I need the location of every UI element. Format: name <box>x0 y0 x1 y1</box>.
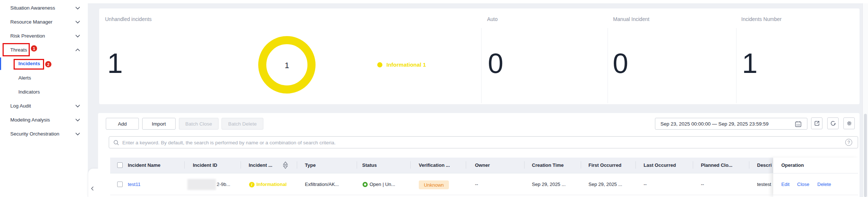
sidebar-item-log-audit[interactable]: Log Audit <box>10 103 31 109</box>
active-item-indicator <box>0 57 1 70</box>
chevron-down-icon[interactable] <box>75 21 80 24</box>
collapse-arrow-icon <box>91 186 94 191</box>
sort-icon[interactable] <box>283 161 288 169</box>
info-icon: i <box>249 182 255 187</box>
settings-button[interactable] <box>843 117 855 129</box>
manual-incident-label: Manual Incident <box>613 16 649 22</box>
column-header-verification[interactable]: Verification ... <box>419 162 450 168</box>
refresh-icon <box>830 120 836 126</box>
auto-label: Auto <box>487 16 498 22</box>
export-icon <box>814 120 820 126</box>
stats-divider <box>608 28 608 103</box>
sidebar-collapse-tab[interactable] <box>88 169 98 197</box>
column-divider <box>184 161 185 169</box>
annotation-step-1-badge: 1 <box>31 45 37 52</box>
description-value: testest <box>757 182 773 187</box>
unhandled-incidents-value: 1 <box>107 49 122 77</box>
add-button[interactable]: Add <box>106 118 139 130</box>
last-occurred-value: -- <box>644 182 647 187</box>
auto-value: 0 <box>488 49 503 77</box>
annotation-step-2-badge: 2 <box>45 61 51 67</box>
batch-close-button-label: Batch Close <box>186 121 212 127</box>
type-value: Exfiltration/AK... <box>305 182 339 187</box>
chevron-up-icon[interactable] <box>75 49 80 52</box>
chevron-down-icon[interactable] <box>75 35 80 38</box>
status-open-icon <box>363 182 368 187</box>
legend-informational[interactable]: Informational 1 <box>386 61 426 68</box>
sidebar-item-modeling-analysis[interactable]: Modeling Analysis <box>10 117 50 123</box>
column-header-type[interactable]: Type <box>305 162 316 168</box>
verification-status-badge: Unknown <box>419 180 449 189</box>
column-divider <box>693 161 693 169</box>
batch-close-button[interactable]: Batch Close <box>179 118 219 130</box>
column-header-creation-time[interactable]: Creation Time <box>532 162 563 168</box>
donut-center-value: 1 <box>258 61 316 70</box>
search-input[interactable] <box>122 137 821 149</box>
delete-link[interactable]: Delete <box>817 182 831 187</box>
incident-id-value: 2-9b... <box>217 182 230 187</box>
sidebar-item-indicators[interactable]: Indicators <box>18 89 40 95</box>
row-checkbox[interactable] <box>117 182 123 187</box>
stats-divider <box>481 28 482 103</box>
scrollbar-thumb[interactable] <box>864 114 867 197</box>
annotation-box-incidents <box>14 59 44 70</box>
edit-link[interactable]: Edit <box>781 182 789 187</box>
stats-card: Unhandled incidents 1 1 Informational 1 … <box>99 8 860 104</box>
search-bar: ? <box>109 136 858 148</box>
status-value: Open | Un... <box>370 182 395 187</box>
chevron-down-icon[interactable] <box>75 7 80 10</box>
column-divider <box>410 161 411 169</box>
unhandled-incidents-label: Unhandled incidents <box>105 16 152 22</box>
sidebar-item-resource-manager[interactable]: Resource Manager <box>10 19 53 25</box>
chevron-down-icon[interactable] <box>75 133 80 136</box>
column-header-first-occurred[interactable]: First Occurred <box>588 162 622 168</box>
incident-name-link[interactable]: test11 <box>128 182 140 187</box>
search-icon <box>114 140 119 145</box>
scrollbar-track[interactable] <box>862 3 868 197</box>
date-range-picker[interactable]: Sep 23, 2025 00:00:00 — Sep 29, 2025 23:… <box>655 118 807 130</box>
column-divider <box>635 161 636 169</box>
column-divider <box>524 161 525 169</box>
chevron-down-icon[interactable] <box>75 105 80 108</box>
refresh-button[interactable] <box>827 117 839 129</box>
severity-value: Informational <box>256 182 287 187</box>
help-icon[interactable]: ? <box>845 139 852 146</box>
header-divider <box>110 173 858 173</box>
batch-delete-button[interactable]: Batch Delete <box>221 118 263 130</box>
sidebar-item-security-orchestration[interactable]: Security Orchestration <box>10 131 60 137</box>
top-header-strip <box>0 0 868 3</box>
incidents-number-value: 1 <box>742 49 757 77</box>
sidebar-item-situation-awareness[interactable]: Situation Awareness <box>10 5 55 11</box>
column-header-owner[interactable]: Owner <box>475 162 490 168</box>
redacted-id-blur <box>187 179 216 190</box>
gear-icon <box>846 120 852 126</box>
column-header-incident-id[interactable]: Incident ID <box>193 162 217 168</box>
chevron-down-icon[interactable] <box>75 119 80 122</box>
column-header-last-occurred[interactable]: Last Occurred <box>644 162 676 168</box>
add-button-label: Add <box>118 121 127 127</box>
column-header-description[interactable]: Descri <box>757 162 773 168</box>
planned-closure-value: -- <box>701 182 704 187</box>
column-header-incident-name[interactable]: Incident Name <box>128 162 161 168</box>
calendar-icon[interactable] <box>795 121 802 127</box>
sidebar-item-alerts[interactable]: Alerts <box>18 75 31 81</box>
date-range-text: Sep 23, 2025 00:00:00 — Sep 29, 2025 23:… <box>660 121 768 127</box>
import-button[interactable]: Import <box>142 118 176 130</box>
column-header-incident-level[interactable]: Incident ... <box>249 162 272 168</box>
export-button[interactable] <box>811 117 822 129</box>
column-divider <box>581 161 581 169</box>
column-divider <box>357 161 357 169</box>
close-link[interactable]: Close <box>797 182 809 187</box>
sidebar: Situation Awareness Resource Manager Ris… <box>0 0 88 197</box>
incidents-number-label: Incidents Number <box>741 16 782 22</box>
stats-divider <box>736 28 736 103</box>
row-divider <box>110 195 858 195</box>
sidebar-item-risk-prevention[interactable]: Risk Prevention <box>10 33 45 39</box>
column-header-status[interactable]: Status <box>362 162 377 168</box>
column-header-planned-closure[interactable]: Planned Clo... <box>701 162 732 168</box>
select-all-checkbox[interactable] <box>117 162 123 168</box>
first-occurred-value: Sep 29, 2025 ... <box>588 182 622 187</box>
owner-value: -- <box>475 182 478 187</box>
column-divider <box>749 161 749 169</box>
secmaster-incidents-page: Situation Awareness Resource Manager Ris… <box>0 0 868 197</box>
